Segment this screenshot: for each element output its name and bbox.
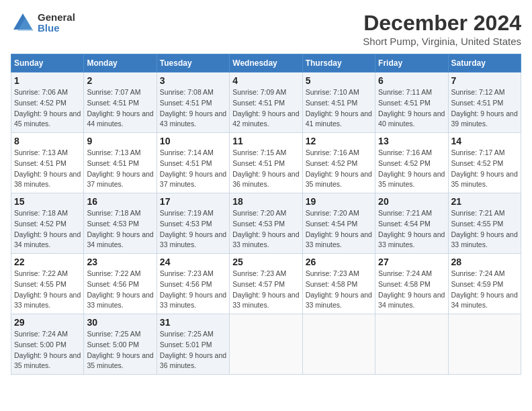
calendar-cell: 6Sunrise: 7:11 AMSunset: 4:51 PMDaylight… [375,73,448,133]
day-header-sunday: Sunday [11,54,84,73]
main-title: December 2024 [363,11,521,36]
day-header-thursday: Thursday [302,54,375,73]
day-number: 12 [306,136,372,146]
title-area: December 2024 Short Pump, Virginia, Unit… [363,11,521,47]
calendar-cell: 27Sunrise: 7:24 AMSunset: 4:58 PMDayligh… [375,254,448,314]
calendar-cell: 7Sunrise: 7:12 AMSunset: 4:51 PMDaylight… [448,73,521,133]
day-number: 6 [378,75,445,86]
day-number: 13 [378,136,445,146]
calendar-cell: 19Sunrise: 7:20 AMSunset: 4:54 PMDayligh… [302,193,375,254]
day-detail: Sunrise: 7:20 AMSunset: 4:53 PMDaylight:… [232,208,299,250]
calendar-cell: 25Sunrise: 7:23 AMSunset: 4:57 PMDayligh… [230,254,302,314]
day-number: 29 [14,317,81,328]
day-detail: Sunrise: 7:14 AMSunset: 4:51 PMDaylight:… [160,148,226,190]
day-detail: Sunrise: 7:11 AMSunset: 4:51 PMDaylight:… [378,87,445,130]
day-number: 23 [87,257,153,267]
day-number: 5 [306,75,372,86]
calendar-cell: 3Sunrise: 7:08 AMSunset: 4:51 PMDaylight… [157,73,229,133]
day-detail: Sunrise: 7:21 AMSunset: 4:55 PMDaylight:… [451,208,518,250]
day-detail: Sunrise: 7:12 AMSunset: 4:51 PMDaylight:… [451,87,518,130]
calendar-cell: 31Sunrise: 7:25 AMSunset: 5:01 PMDayligh… [157,314,229,375]
logo-general: General [38,12,75,24]
day-number: 14 [451,136,518,146]
day-number: 4 [232,75,299,86]
day-detail: Sunrise: 7:23 AMSunset: 4:58 PMDaylight:… [306,269,372,311]
day-detail: Sunrise: 7:24 AMSunset: 5:00 PMDaylight:… [14,329,81,371]
day-detail: Sunrise: 7:21 AMSunset: 4:54 PMDaylight:… [378,208,445,250]
day-detail: Sunrise: 7:23 AMSunset: 4:57 PMDaylight:… [232,269,299,311]
day-number: 30 [87,317,153,328]
day-header-saturday: Saturday [448,54,521,73]
day-header-tuesday: Tuesday [157,54,229,73]
day-number: 16 [87,196,153,207]
calendar-cell: 28Sunrise: 7:24 AMSunset: 4:59 PMDayligh… [448,254,521,314]
calendar-cell: 9Sunrise: 7:13 AMSunset: 4:51 PMDaylight… [84,133,157,193]
day-detail: Sunrise: 7:25 AMSunset: 5:01 PMDaylight:… [160,329,226,371]
day-detail: Sunrise: 7:22 AMSunset: 4:56 PMDaylight:… [87,269,153,311]
day-detail: Sunrise: 7:24 AMSunset: 4:59 PMDaylight:… [451,269,518,311]
week-row-4: 22Sunrise: 7:22 AMSunset: 4:55 PMDayligh… [11,254,521,314]
calendar-cell: 21Sunrise: 7:21 AMSunset: 4:55 PMDayligh… [448,193,521,254]
week-row-2: 8Sunrise: 7:13 AMSunset: 4:51 PMDaylight… [11,133,521,193]
day-detail: Sunrise: 7:17 AMSunset: 4:52 PMDaylight:… [451,148,518,190]
calendar-cell: 14Sunrise: 7:17 AMSunset: 4:52 PMDayligh… [448,133,521,193]
calendar-cell: 5Sunrise: 7:10 AMSunset: 4:51 PMDaylight… [302,73,375,133]
calendar-cell: 24Sunrise: 7:23 AMSunset: 4:56 PMDayligh… [157,254,229,314]
day-detail: Sunrise: 7:13 AMSunset: 4:51 PMDaylight:… [14,148,81,190]
calendar-cell [302,314,375,375]
day-number: 20 [378,196,445,207]
calendar-cell [230,314,302,375]
subtitle: Short Pump, Virginia, United States [363,36,521,47]
day-detail: Sunrise: 7:16 AMSunset: 4:52 PMDaylight:… [378,148,445,190]
day-number: 31 [160,317,226,328]
day-number: 2 [87,75,153,86]
calendar-cell: 13Sunrise: 7:16 AMSunset: 4:52 PMDayligh… [375,133,448,193]
day-detail: Sunrise: 7:18 AMSunset: 4:53 PMDaylight:… [87,208,153,250]
header: General Blue December 2024 Short Pump, V… [11,11,521,47]
day-number: 18 [232,196,299,207]
calendar-cell: 23Sunrise: 7:22 AMSunset: 4:56 PMDayligh… [84,254,157,314]
day-number: 21 [451,196,518,207]
week-row-5: 29Sunrise: 7:24 AMSunset: 5:00 PMDayligh… [11,314,521,375]
calendar-cell: 20Sunrise: 7:21 AMSunset: 4:54 PMDayligh… [375,193,448,254]
day-number: 11 [232,136,299,146]
calendar-cell: 17Sunrise: 7:19 AMSunset: 4:53 PMDayligh… [157,193,229,254]
calendar-cell [375,314,448,375]
day-detail: Sunrise: 7:15 AMSunset: 4:51 PMDaylight:… [232,148,299,190]
day-detail: Sunrise: 7:23 AMSunset: 4:56 PMDaylight:… [160,269,226,311]
calendar-cell: 29Sunrise: 7:24 AMSunset: 5:00 PMDayligh… [11,314,84,375]
day-detail: Sunrise: 7:07 AMSunset: 4:51 PMDaylight:… [87,87,153,130]
day-detail: Sunrise: 7:09 AMSunset: 4:51 PMDaylight:… [232,87,299,130]
day-detail: Sunrise: 7:16 AMSunset: 4:52 PMDaylight:… [306,148,372,190]
calendar-cell: 1Sunrise: 7:06 AMSunset: 4:52 PMDaylight… [11,73,84,133]
day-number: 27 [378,257,445,267]
day-number: 22 [14,257,81,267]
day-number: 1 [14,75,81,86]
week-row-3: 15Sunrise: 7:18 AMSunset: 4:52 PMDayligh… [11,193,521,254]
day-number: 10 [160,136,226,146]
day-detail: Sunrise: 7:08 AMSunset: 4:51 PMDaylight:… [160,87,226,130]
day-number: 17 [160,196,226,207]
week-row-1: 1Sunrise: 7:06 AMSunset: 4:52 PMDaylight… [11,73,521,133]
day-detail: Sunrise: 7:20 AMSunset: 4:54 PMDaylight:… [306,208,372,250]
calendar-cell: 2Sunrise: 7:07 AMSunset: 4:51 PMDaylight… [84,73,157,133]
calendar-cell: 15Sunrise: 7:18 AMSunset: 4:52 PMDayligh… [11,193,84,254]
day-detail: Sunrise: 7:06 AMSunset: 4:52 PMDaylight:… [14,87,81,130]
logo-icon [11,11,35,35]
day-number: 15 [14,196,81,207]
logo: General Blue [11,11,75,35]
calendar-table: SundayMondayTuesdayWednesdayThursdayFrid… [11,54,521,375]
days-header-row: SundayMondayTuesdayWednesdayThursdayFrid… [11,54,521,73]
calendar-cell: 11Sunrise: 7:15 AMSunset: 4:51 PMDayligh… [230,133,302,193]
day-header-monday: Monday [84,54,157,73]
day-detail: Sunrise: 7:10 AMSunset: 4:51 PMDaylight:… [306,87,372,130]
day-number: 19 [306,196,372,207]
calendar-cell: 12Sunrise: 7:16 AMSunset: 4:52 PMDayligh… [302,133,375,193]
day-number: 8 [14,136,81,146]
day-detail: Sunrise: 7:24 AMSunset: 4:58 PMDaylight:… [378,269,445,311]
day-number: 24 [160,257,226,267]
calendar-cell: 4Sunrise: 7:09 AMSunset: 4:51 PMDaylight… [230,73,302,133]
day-detail: Sunrise: 7:18 AMSunset: 4:52 PMDaylight:… [14,208,81,250]
day-detail: Sunrise: 7:13 AMSunset: 4:51 PMDaylight:… [87,148,153,190]
calendar-cell [448,314,521,375]
